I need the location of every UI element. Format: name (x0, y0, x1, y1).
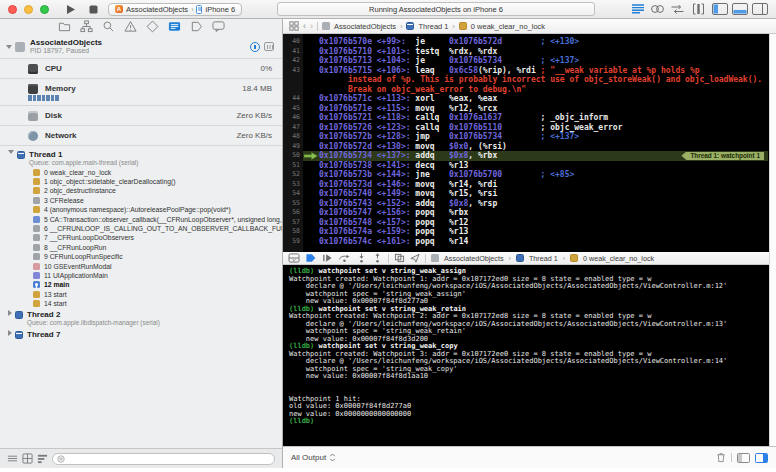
line-number[interactable]: 49 (283, 142, 303, 152)
toggle-utilities-button[interactable] (752, 2, 768, 16)
stack-frame-row[interactable]: 2 objc_destructInstance (0, 186, 282, 195)
line-number[interactable] (283, 75, 303, 85)
test-navigator-tab[interactable] (146, 20, 159, 33)
stack-frame-row[interactable]: 7 __CFRunLoopDoObservers (0, 233, 282, 242)
gauge-row-cpu[interactable]: CPU0% (0, 58, 282, 78)
stack-frame-row[interactable]: 10 GSEventRunModal (0, 261, 282, 270)
line-number[interactable]: 57 (283, 218, 303, 228)
hide-debug-area-icon[interactable] (288, 253, 300, 263)
toggle-debug-area-button[interactable] (732, 2, 748, 16)
stack-frame-row[interactable]: 5 CA::Transaction::observer_callback(__C… (0, 214, 282, 223)
console-scope-popup[interactable]: All Output (291, 453, 336, 462)
thread-row-3[interactable]: Thread 7 (0, 328, 282, 340)
jumpbar-crumb-thread[interactable]: Thread 1 (418, 22, 448, 31)
line-number[interactable]: 56 (283, 208, 303, 218)
breakpoint-navigator-tab[interactable] (190, 20, 203, 33)
line-number[interactable]: 45 (283, 104, 303, 114)
stack-frame-row[interactable]: 6 __CFRUNLOOP_IS_CALLING_OUT_TO_AN_OBSER… (0, 224, 282, 233)
project-navigator-tab[interactable] (58, 20, 71, 33)
line-number[interactable]: 58 (283, 227, 303, 237)
line-number[interactable]: 46 (283, 113, 303, 123)
line-number[interactable]: 55 (283, 199, 303, 209)
search-navigator-tab[interactable] (102, 20, 115, 33)
line-number[interactable]: 41 (283, 47, 303, 57)
filter-grid-icon[interactable] (22, 453, 33, 464)
view-debugger-icon[interactable] (394, 253, 405, 263)
minimize-button[interactable] (24, 5, 33, 14)
lldb-console[interactable]: (lldb) watchpoint set v string_weak_assi… (283, 265, 776, 446)
step-into-icon[interactable] (356, 253, 367, 263)
navigator-filter-input[interactable] (68, 455, 270, 462)
debug-navigator-tab[interactable] (168, 20, 181, 33)
simulate-location-icon[interactable] (410, 253, 420, 263)
gauge-view-icon[interactable] (264, 42, 274, 51)
thread-row-2[interactable]: Thread 2Queue: com.apple.libdispatch-man… (0, 308, 282, 328)
navigator-filter-field[interactable] (52, 453, 275, 465)
pause-icon[interactable] (250, 42, 260, 52)
report-navigator-tab[interactable] (212, 20, 225, 33)
stack-frame-row[interactable]: 9 CFRunLoopRunSpecific (0, 252, 282, 261)
stack-frame-row[interactable]: 3 CFRelease (0, 196, 282, 205)
stack-frame-row[interactable]: 12 main (0, 280, 282, 289)
line-number[interactable]: 53 (283, 180, 303, 190)
zoom-button[interactable] (40, 5, 49, 14)
line-number[interactable]: 54 (283, 189, 303, 199)
continue-button-icon[interactable] (322, 253, 333, 263)
stack-frame-row[interactable]: 13 start (0, 290, 282, 299)
stack-frame-row[interactable]: 11 UIApplicationMain (0, 271, 282, 280)
stop-button[interactable] (85, 2, 101, 16)
line-number[interactable]: 48 (283, 132, 303, 142)
filter-frames-icon[interactable] (7, 453, 18, 464)
thread-row-1[interactable]: Thread 1Queue: com.apple.main-thread (se… (0, 148, 282, 168)
version-editor-button[interactable] (670, 2, 686, 16)
tab-overview-button[interactable] (691, 2, 707, 16)
line-number[interactable]: 43 (283, 66, 303, 76)
standard-editor-button[interactable] (630, 2, 646, 16)
disclosure-closed-icon[interactable] (8, 310, 12, 316)
line-number[interactable] (283, 85, 303, 95)
run-button[interactable] (62, 2, 78, 16)
forward-button[interactable]: › (310, 21, 313, 31)
disclosure-closed-icon[interactable] (8, 330, 12, 336)
disassembly-editor[interactable]: 400x1076b570e <+99>: je 0x1076b572d ; <+… (283, 34, 776, 252)
line-number[interactable]: 42 (283, 56, 303, 66)
disclosure-open-icon[interactable] (8, 150, 14, 154)
line-number[interactable]: 40 (283, 37, 303, 47)
toggle-console-view-button[interactable] (755, 453, 768, 463)
step-over-icon[interactable] (338, 253, 351, 263)
gauge-row-disk[interactable]: DiskZero KB/s (0, 105, 282, 125)
stack-frame-row[interactable]: 1 objc_object::sidetable_clearDeallocati… (0, 177, 282, 186)
stack-frame-row[interactable]: 0 weak_clear_no_lock (0, 168, 282, 177)
scheme-selector[interactable]: A AssociatedObjects › iPhone 6 (108, 3, 242, 16)
toggle-variables-view-button[interactable] (737, 453, 750, 463)
symbol-navigator-tab[interactable] (80, 20, 93, 33)
step-out-icon[interactable] (372, 253, 383, 263)
line-number[interactable]: 51 (283, 161, 303, 171)
jumpbar-crumb-frame[interactable]: 0 weak_clear_no_lock (471, 22, 545, 31)
line-number[interactable]: 52 (283, 170, 303, 180)
line-number[interactable]: 44 (283, 94, 303, 104)
back-button[interactable]: ‹ (303, 21, 306, 31)
line-number[interactable]: 50 (283, 151, 303, 161)
debugbar-crumb-project[interactable]: AssociatedObjects (444, 254, 504, 263)
debugbar-crumb-thread[interactable]: Thread 1 (529, 254, 558, 263)
breakpoints-toggle-icon[interactable] (305, 253, 317, 263)
jumpbar-crumb-project[interactable]: AssociatedObjects (334, 22, 396, 31)
line-number[interactable]: 59 (283, 237, 303, 247)
filter-dots-icon[interactable] (37, 453, 48, 464)
editor-scrollbar[interactable] (769, 34, 776, 446)
close-button[interactable] (8, 5, 17, 14)
stack-frame-row[interactable]: 8 __CFRunLoopRun (0, 243, 282, 252)
line-number[interactable]: 47 (283, 123, 303, 133)
related-items-icon[interactable] (289, 21, 299, 31)
stack-frame-row[interactable]: 4 (anonymous namespace)::AutoreleasePool… (0, 205, 282, 214)
disclosure-open-icon[interactable] (6, 45, 12, 49)
debugbar-crumb-frame[interactable]: 0 weak_clear_no_lock (583, 254, 654, 263)
issue-navigator-tab[interactable] (124, 20, 137, 33)
gauge-row-network[interactable]: NetworkZero KB/s (0, 125, 282, 145)
toggle-navigator-button[interactable] (712, 2, 728, 16)
stack-frame-row[interactable]: 14 start (0, 299, 282, 308)
clear-console-button[interactable] (716, 452, 726, 463)
process-row[interactable]: AssociatedObjects PID 18797, Paused (0, 34, 282, 58)
assistant-editor-button[interactable] (650, 2, 666, 16)
